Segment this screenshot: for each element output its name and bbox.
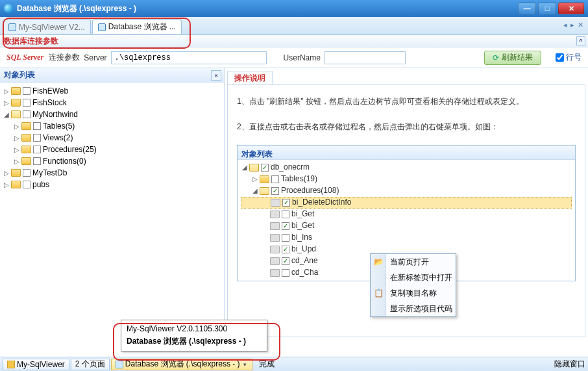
- checkbox[interactable]: [282, 199, 290, 207]
- close-button[interactable]: ✕: [558, 3, 584, 14]
- tab-sqlviewer[interactable]: My-SqlViewer V2...: [3, 19, 91, 34]
- object-list-pane: 对象列表 « ▷FishEWeb ▷FishStock ◢MyNorthwind…: [0, 68, 225, 340]
- proc-icon: [270, 234, 280, 242]
- folder-icon: [11, 99, 21, 107]
- hide-window-button[interactable]: 隐藏窗口: [554, 359, 585, 370]
- checkbox[interactable]: [23, 181, 31, 188]
- tree-node[interactable]: bi_Get: [241, 209, 572, 220]
- conn-param-row: SQL Server 连接参数 Server UserName ⟳ 刷新结果 行…: [0, 47, 588, 68]
- product-label: SQL Server: [6, 53, 43, 62]
- line-number-cb[interactable]: [556, 53, 564, 62]
- ctx-open-newtab[interactable]: 在新标签页中打开: [371, 270, 456, 285]
- status-current-page[interactable]: Database 浏览器 (.\sqlexpress - )▾: [111, 359, 252, 370]
- checkbox[interactable]: [23, 99, 31, 107]
- collapse-pane-icon[interactable]: «: [211, 70, 221, 81]
- tree-node[interactable]: ◢Procedures(108): [241, 185, 572, 197]
- section-title: 数据库连接参数: [4, 36, 58, 45]
- ctx-show-code[interactable]: 显示所选项目代码: [371, 301, 456, 316]
- conn-label: 连接参数: [49, 52, 80, 63]
- folder-open-icon: [249, 164, 259, 172]
- checkbox[interactable]: [282, 234, 289, 242]
- line-number-checkbox[interactable]: 行号: [556, 52, 582, 63]
- refresh-icon: ⟳: [493, 53, 499, 62]
- app-icon: [4, 4, 13, 13]
- checkbox[interactable]: [271, 175, 279, 183]
- tab-database-browser[interactable]: Database 浏览器 ...: [92, 19, 182, 34]
- db-tree[interactable]: ▷FishEWeb ▷FishStock ◢MyNorthwind ▷Table…: [0, 83, 224, 340]
- tree-node-selected[interactable]: bi_DeleteDictInfo: [241, 197, 572, 209]
- checkbox[interactable]: [33, 122, 41, 130]
- tree-node[interactable]: ▷Views(2): [3, 132, 221, 144]
- section-db-conn: 数据库连接参数 ^: [0, 35, 588, 47]
- folder-icon: [21, 157, 31, 165]
- tab-instructions[interactable]: 操作说明: [227, 71, 273, 84]
- server-input[interactable]: [111, 51, 267, 64]
- refresh-label: 刷新结果: [502, 52, 533, 63]
- tree-node[interactable]: ▷pubs: [3, 179, 221, 190]
- dropdown-icon[interactable]: ▾: [242, 361, 248, 368]
- folder-open-icon: [260, 187, 269, 195]
- tabstrip-controls[interactable]: ◂ ▸ ✕: [563, 21, 584, 29]
- checkbox[interactable]: [282, 211, 289, 218]
- minimize-button[interactable]: —: [518, 3, 536, 14]
- folder-icon: [11, 169, 21, 177]
- doc-tabstrip: My-SqlViewer V2... Database 浏览器 ... ◂ ▸ …: [0, 17, 588, 35]
- folder-open-icon: [11, 110, 21, 118]
- checkbox[interactable]: [282, 257, 289, 265]
- proc-icon: [270, 257, 280, 265]
- username-input[interactable]: [325, 51, 406, 64]
- tree-node[interactable]: ◢MyNorthwind: [3, 109, 221, 120]
- checkbox[interactable]: [33, 157, 41, 165]
- tree-node[interactable]: ▷Tables(5): [3, 120, 221, 132]
- proc-icon: [270, 269, 280, 277]
- checkbox[interactable]: [33, 134, 41, 142]
- folder-icon: [11, 181, 21, 188]
- checkbox[interactable]: [23, 169, 31, 177]
- proc-icon: [270, 211, 280, 218]
- checkbox[interactable]: [282, 269, 289, 277]
- tree-node[interactable]: bi_Get: [241, 220, 572, 232]
- folder-icon: [21, 122, 31, 130]
- page-icon: [116, 361, 123, 368]
- folder-icon: [21, 134, 31, 142]
- username-label: UserName: [284, 53, 321, 62]
- status-pages-button[interactable]: 2 个页面: [71, 359, 110, 370]
- checkbox[interactable]: [23, 87, 31, 95]
- checkbox[interactable]: [23, 110, 31, 118]
- tab-label: My-SqlViewer V2...: [19, 23, 85, 32]
- status-tooltip: My-SqlViewer V2.0.1105.300 Database 浏览器 …: [121, 320, 267, 352]
- folder-icon: [11, 87, 21, 95]
- checkbox[interactable]: [282, 222, 289, 230]
- tab-label: Database 浏览器 ...: [108, 21, 176, 32]
- folder-icon: [260, 175, 269, 183]
- help-text-2: 2、直接点击或右击表名或存储过程名，然后点击弹出的右键菜单项。如图：: [237, 120, 576, 134]
- checkbox[interactable]: [261, 164, 269, 172]
- checkbox[interactable]: [282, 246, 289, 253]
- object-list-header: 对象列表 «: [0, 68, 224, 83]
- tree-node[interactable]: ▷FishStock: [3, 97, 221, 109]
- page-icon: [8, 23, 16, 31]
- status-app-button[interactable]: My-SqlViewer: [3, 359, 69, 370]
- example-header: 对象列表: [238, 146, 575, 160]
- proc-icon: [270, 222, 280, 230]
- checkbox[interactable]: [33, 146, 41, 153]
- ctx-copy-name[interactable]: 📋复制项目名称: [371, 285, 456, 301]
- checkbox[interactable]: [271, 187, 279, 195]
- tooltip-line2: Database 浏览器 (.\sqlexpress - ): [127, 336, 262, 347]
- ctx-open-current[interactable]: 📂当前页打开: [371, 254, 456, 270]
- status-done: 完成: [259, 359, 275, 370]
- context-menu: 📂当前页打开 在新标签页中打开 📋复制项目名称 显示所选项目代码: [370, 253, 456, 317]
- tree-node[interactable]: ▷Procedures(25): [3, 144, 221, 155]
- proc-icon: [270, 246, 280, 253]
- page-icon: [98, 23, 106, 31]
- server-label: Server: [84, 53, 106, 62]
- tree-node[interactable]: ▷Functions(0): [3, 155, 221, 167]
- refresh-button[interactable]: ⟳ 刷新结果: [484, 51, 541, 65]
- folder-icon: 📂: [373, 257, 384, 266]
- help-text-1: 1、点击 "刷新结果" 按钮，然后点击左边树节点即可查看相关的存储过程或表定义。: [237, 94, 576, 109]
- collapse-icon[interactable]: ^: [576, 36, 585, 45]
- tree-node[interactable]: ▷FishEWeb: [3, 85, 221, 97]
- tree-node[interactable]: ▷MyTestDb: [3, 167, 221, 179]
- tree-node[interactable]: bi_Ins: [241, 232, 572, 244]
- maximize-button[interactable]: □: [538, 3, 556, 14]
